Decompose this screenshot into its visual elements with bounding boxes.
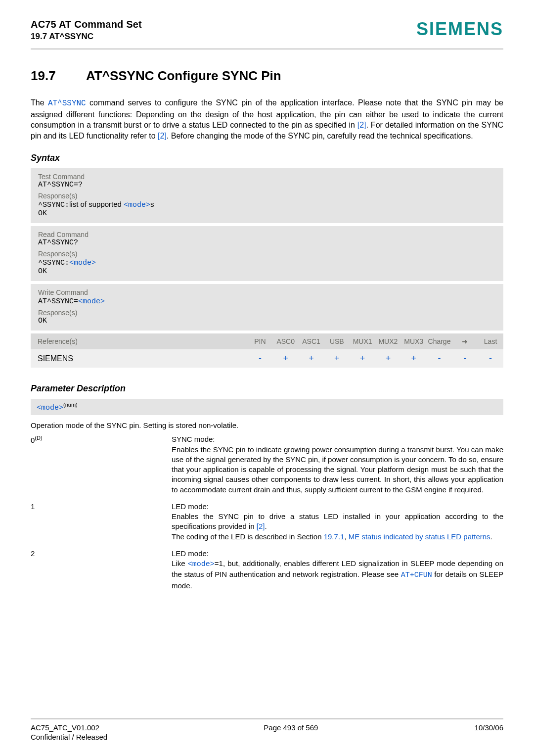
resp-prefix: ^SSYNC: (38, 259, 69, 267)
ref-value: + (324, 349, 350, 368)
ref-link[interactable]: [2] (257, 522, 265, 530)
doc-title: AC75 AT Command Set (31, 19, 142, 30)
panel-caption: Response(s) (38, 309, 496, 317)
footer-confidential: Confidential / Released (31, 733, 107, 741)
ref-value: - (478, 349, 503, 368)
ref-value: + (350, 349, 375, 368)
col-header: PIN (247, 333, 273, 349)
param-row: 2 LED mode: Like <mode>=1, but, addition… (31, 549, 503, 591)
param-key-sup: (D) (35, 435, 42, 441)
footer-doc-id: AC75_ATC_V01.002 (31, 723, 107, 732)
operation-mode-line: Operation mode of the SYNC pin. Setting … (31, 421, 503, 429)
param-value: SYNC mode: Enables the SYNC pin to indic… (172, 434, 503, 495)
param-key-value: 2 (31, 549, 35, 558)
param-key: 2 (31, 549, 172, 591)
param-value: LED mode: Enables the SYNC pin to drive … (172, 502, 503, 542)
reference-header-row: Reference(s) PIN ASC0 ASC1 USB MUX1 MUX2… (31, 333, 503, 349)
param-title: SYNC mode: (172, 435, 215, 443)
page-footer: AC75_ATC_V01.002 Confidential / Released… (31, 718, 503, 741)
param-key: 0(D) (31, 434, 172, 495)
ref-value: - (427, 349, 452, 368)
reference-value-row: SIEMENS - + + + + + + - - - (31, 349, 503, 368)
section-title: 19.7 AT^SSYNC Configure SYNC Pin (31, 68, 503, 84)
param-body: . (490, 532, 492, 541)
col-header: ASC0 (273, 333, 299, 349)
col-header: ➜ (452, 333, 478, 349)
footer-page: Page 493 of 569 (264, 723, 318, 732)
mode-sup: (num) (63, 402, 78, 408)
reference-value-cells: - + + + + + + - - - (247, 349, 503, 368)
col-header: USB (324, 333, 350, 349)
resp-suffix: s (150, 200, 154, 208)
parameter-heading: Parameter Description (31, 383, 503, 394)
page-header: AC75 AT Command Set 19.7 AT^SSYNC SIEMEN… (31, 19, 503, 42)
panel-caption: Read Command (38, 231, 496, 238)
col-header: MUX1 (350, 333, 375, 349)
mode-bar: <mode>(num) (31, 399, 503, 415)
intro-cmd: AT^SSYNC (48, 99, 86, 108)
ref-value: + (401, 349, 427, 368)
ref-value: - (247, 349, 273, 368)
resp-ok: OK (38, 267, 496, 276)
col-header: MUX2 (375, 333, 401, 349)
col-header: Charge (427, 333, 452, 349)
test-response: ^SSYNC:list of supported <mode>s (38, 200, 496, 209)
reference-label: Reference(s) (31, 333, 247, 349)
resp-text: list of supported (69, 200, 124, 208)
col-header: MUX3 (401, 333, 427, 349)
resp-mode: <mode> (124, 201, 150, 209)
param-title: LED mode: (172, 549, 209, 558)
param-body: Enables the SYNC pin to indicate growing… (172, 445, 503, 494)
param-body: Enables the SYNC pin to drive a status L… (172, 512, 503, 530)
mode-ref: <mode> (188, 560, 215, 568)
param-row: 0(D) SYNC mode: Enables the SYNC pin to … (31, 434, 503, 495)
header-left: AC75 AT Command Set 19.7 AT^SSYNC (31, 19, 142, 42)
footer-date: 10/30/06 (475, 723, 503, 732)
panel-caption: Response(s) (38, 250, 496, 258)
param-body: Like (172, 559, 188, 567)
cmd-link[interactable]: AT+CFUN (401, 571, 432, 579)
param-value: LED mode: Like <mode>=1, but, additional… (172, 549, 503, 591)
cmd-prefix: AT^SSYNC= (38, 297, 78, 306)
brand-logo: SIEMENS (416, 19, 503, 40)
cmd-mode: <mode> (78, 297, 105, 306)
reference-value-label: SIEMENS (31, 350, 247, 367)
reference-table: Reference(s) PIN ASC0 ASC1 USB MUX1 MUX2… (31, 333, 503, 368)
panel-caption: Test Command (38, 173, 496, 181)
resp-prefix: ^SSYNC: (38, 201, 69, 209)
param-key: 1 (31, 502, 172, 542)
intro-text: The (31, 98, 48, 107)
param-title: LED mode: (172, 502, 209, 511)
section-number: 19.7 (31, 68, 66, 84)
intro-paragraph: The AT^SSYNC command serves to configure… (31, 97, 503, 141)
read-command: AT^SSYNC? (38, 238, 496, 247)
panel-read-command: Read Command AT^SSYNC? Response(s) ^SSYN… (31, 226, 503, 281)
resp-mode: <mode> (69, 259, 96, 267)
resp-ok: OK (38, 209, 496, 218)
panel-caption: Response(s) (38, 192, 496, 200)
header-divider (31, 48, 503, 49)
param-key-value: 1 (31, 502, 35, 511)
write-command: AT^SSYNC=<mode> (38, 296, 496, 306)
footer-right: 10/30/06 (475, 723, 503, 741)
doc-subsection: 19.7 AT^SSYNC (31, 32, 142, 42)
ref-link[interactable]: [2] (158, 132, 167, 140)
ref-value: + (273, 349, 299, 368)
panel-write-command: Write Command AT^SSYNC=<mode> Response(s… (31, 284, 503, 331)
footer-center: Page 493 of 569 (264, 723, 318, 741)
panel-caption: Write Command (38, 288, 496, 296)
footer-left: AC75_ATC_V01.002 Confidential / Released (31, 723, 107, 741)
ref-link[interactable]: [2] (357, 121, 366, 129)
resp-ok: OK (38, 317, 496, 325)
read-response: ^SSYNC:<mode> (38, 258, 496, 267)
ref-value: + (375, 349, 401, 368)
ref-value: + (299, 349, 324, 368)
section-link[interactable]: ME status indicated by status LED patter… (349, 532, 490, 541)
col-header: Last (478, 333, 503, 349)
ref-value: - (452, 349, 478, 368)
intro-text: . Before changing the mode of the SYNC p… (167, 132, 473, 140)
reference-header-cells: PIN ASC0 ASC1 USB MUX1 MUX2 MUX3 Charge … (247, 333, 503, 349)
mode-name: <mode> (37, 404, 63, 412)
section-link[interactable]: 19.7.1 (324, 532, 345, 541)
param-row: 1 LED mode: Enables the SYNC pin to driv… (31, 502, 503, 542)
